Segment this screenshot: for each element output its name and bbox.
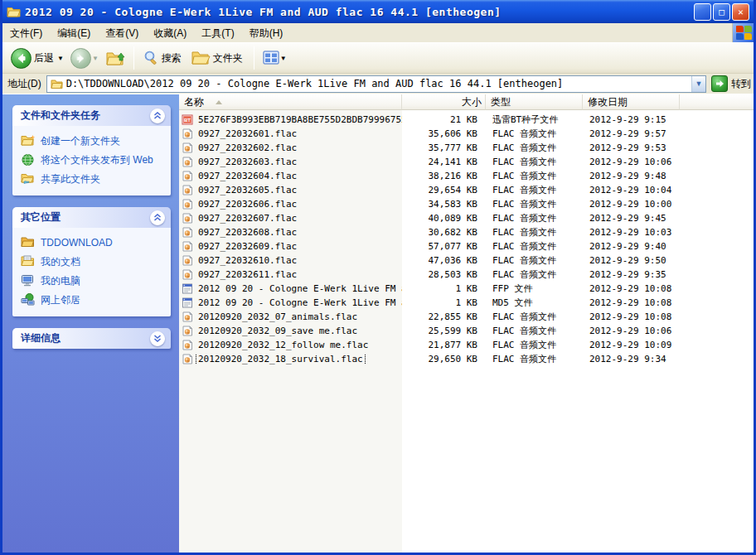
- file-name-cell: 0927_22032602.flac: [179, 142, 402, 153]
- panel-header-details[interactable]: 详细信息: [12, 328, 171, 349]
- file-size-cell: 21,877 KB: [402, 340, 486, 350]
- sidebar-item-network-places[interactable]: 网上邻居: [21, 293, 164, 306]
- table-row[interactable]: 2012 09 20 - Cologne E-Werk 1Live FM a..…: [179, 282, 754, 296]
- column-headers: 名称大小类型修改日期: [179, 94, 754, 110]
- audio-file-icon: [182, 171, 193, 181]
- menu-item-view[interactable]: 查看(V): [98, 25, 146, 41]
- forward-icon: [70, 48, 91, 69]
- toolbar: 后退 ▼ ▼ 搜索: [2, 43, 754, 74]
- menu-item-help[interactable]: 帮助(H): [242, 25, 291, 41]
- go-label: 转到: [731, 77, 751, 91]
- sidebar-item-publish-folder-web[interactable]: 将这个文件夹发布到 Web: [21, 153, 164, 166]
- search-button[interactable]: 搜索: [139, 48, 187, 68]
- toolbar-separator: [254, 46, 254, 70]
- views-dropdown-icon[interactable]: ▼: [280, 55, 287, 62]
- table-row[interactable]: 0927_22032609.flac57,077 KBFLAC 音频文件2012…: [179, 239, 754, 253]
- table-row[interactable]: 0927_22032605.flac29,654 KBFLAC 音频文件2012…: [179, 183, 754, 197]
- panel-title: 详细信息: [21, 331, 61, 345]
- file-type-cell: FLAC 音频文件: [486, 156, 583, 168]
- file-name-cell: 0927_22032608.flac: [179, 227, 402, 238]
- sidebar-item-label: 我的电脑: [41, 274, 80, 287]
- sidebar-item-create-new-folder[interactable]: 创建一个新文件夹: [21, 134, 164, 147]
- panel-body-file-folder-tasks: 创建一个新文件夹将这个文件夹发布到 Web共享此文件夹: [12, 126, 171, 195]
- minimize-button[interactable]: _: [694, 3, 711, 21]
- file-size-cell: 22,855 KB: [402, 311, 486, 322]
- go-button[interactable]: 转到: [711, 75, 751, 92]
- menu-item-tools[interactable]: 工具(T): [194, 25, 241, 41]
- file-size-cell: 29,650 KB: [402, 354, 486, 364]
- table-row[interactable]: 20120920_2032_18_survival.flac29,650 KBF…: [179, 352, 754, 366]
- table-row[interactable]: 20120920_2032_09_save me.flac25,599 KBFL…: [179, 324, 754, 338]
- table-row[interactable]: 0927_22032611.flac28,503 KBFLAC 音频文件2012…: [179, 268, 754, 282]
- sidebar-item-tddownload[interactable]: TDDOWNLOAD: [21, 236, 164, 249]
- column-header-name[interactable]: 名称: [179, 94, 402, 110]
- table-row[interactable]: 0927_22032608.flac30,682 KBFLAC 音频文件2012…: [179, 225, 754, 239]
- column-header-type[interactable]: 类型: [486, 94, 583, 110]
- folders-button[interactable]: 文件夹: [187, 48, 249, 68]
- file-name-cell: 2012 09 20 - Cologne E-Werk 1Live FM a..…: [179, 297, 402, 308]
- file-name: 0927_22032602.flac: [196, 142, 298, 153]
- forward-dropdown-icon[interactable]: ▼: [92, 55, 99, 62]
- file-date-cell: 2012-9-29 9:40: [583, 241, 680, 252]
- address-dropdown-icon[interactable]: ▼: [691, 76, 705, 92]
- file-size-cell: 25,599 KB: [402, 326, 486, 336]
- file-name: 20120920_2032_07_animals.flac: [196, 311, 359, 322]
- sidebar-item-my-computer[interactable]: 我的电脑: [21, 274, 164, 287]
- column-header-label: 类型: [491, 95, 511, 109]
- close-button[interactable]: ✕: [732, 3, 749, 21]
- file-date-cell: 2012-9-29 10:00: [583, 199, 680, 210]
- address-combobox[interactable]: D:\TDDOWNLOAD\2012 09 20 - Cologne E-Wer…: [46, 75, 706, 93]
- table-row[interactable]: 20120920_2032_07_animals.flac22,855 KBFL…: [179, 310, 754, 324]
- address-input[interactable]: D:\TDDOWNLOAD\2012 09 20 - Cologne E-Wer…: [66, 78, 691, 89]
- table-row[interactable]: 0927_22032607.flac40,089 KBFLAC 音频文件2012…: [179, 211, 754, 225]
- torrent-file-icon: BT: [182, 114, 193, 125]
- file-name-cell: 0927_22032601.flac: [179, 128, 402, 139]
- back-button[interactable]: 后退 ▼: [7, 46, 67, 70]
- file-date-cell: 2012-9-29 10:06: [583, 326, 680, 336]
- menu-item-file[interactable]: 文件(F): [2, 25, 50, 41]
- table-row[interactable]: 0927_22032610.flac47,036 KBFLAC 音频文件2012…: [179, 253, 754, 268]
- file-type-cell: FLAC 音频文件: [486, 240, 583, 253]
- menu-item-edit[interactable]: 编辑(E): [50, 25, 98, 41]
- chevron-up-icon[interactable]: [150, 109, 165, 123]
- back-dropdown-icon[interactable]: ▼: [57, 55, 64, 62]
- sidebar-item-label: 我的文档: [41, 255, 80, 268]
- audio-file-icon: [182, 340, 193, 350]
- panel-file-folder-tasks: 文件和文件夹任务创建一个新文件夹将这个文件夹发布到 Web共享此文件夹: [12, 105, 171, 195]
- file-date-cell: 2012-9-29 10:09: [583, 340, 680, 350]
- forward-button[interactable]: ▼: [67, 46, 102, 70]
- title-bar[interactable]: 2012 09 20 - Cologne E-Werk 1Live FM and…: [2, 0, 754, 23]
- folder-icon: [21, 236, 36, 249]
- file-date-cell: 2012-9-29 9:45: [583, 213, 680, 224]
- panel-header-other-places[interactable]: 其它位置: [12, 207, 171, 228]
- window-title: 2012 09 20 - Cologne E-Werk 1Live FM and…: [25, 6, 692, 18]
- table-row[interactable]: BT5E276F3B993EBB719BA8BE755D2BDB79996755…: [179, 113, 754, 127]
- chevron-up-icon[interactable]: [150, 210, 165, 225]
- file-date-cell: 2012-9-29 9:53: [583, 142, 680, 153]
- table-row[interactable]: 2012 09 20 - Cologne E-Werk 1Live FM a..…: [179, 296, 754, 310]
- table-row[interactable]: 0927_22032601.flac35,606 KBFLAC 音频文件2012…: [179, 127, 754, 141]
- sidebar-item-label: 创建一个新文件夹: [41, 134, 120, 147]
- audio-file-icon: [182, 157, 193, 167]
- table-row[interactable]: 0927_22032603.flac24,141 KBFLAC 音频文件2012…: [179, 155, 754, 169]
- file-name-cell: 0927_22032604.flac: [179, 171, 402, 181]
- sidebar-item-my-documents[interactable]: 我的文档: [21, 255, 164, 268]
- maximize-button[interactable]: □: [713, 3, 730, 21]
- table-row[interactable]: 0927_22032606.flac34,583 KBFLAC 音频文件2012…: [179, 197, 754, 211]
- audio-file-icon: [182, 199, 193, 210]
- column-header-date[interactable]: 修改日期: [583, 94, 680, 110]
- menu-item-favorites[interactable]: 收藏(A): [146, 25, 194, 41]
- sidebar-item-share-folder[interactable]: 共享此文件夹: [21, 172, 164, 186]
- column-header-size[interactable]: 大小: [402, 94, 486, 110]
- file-date-cell: 2012-9-29 10:04: [583, 185, 680, 195]
- views-button[interactable]: ▼: [259, 49, 290, 67]
- panel-header-file-folder-tasks[interactable]: 文件和文件夹任务: [12, 105, 171, 126]
- table-row[interactable]: 20120920_2032_12_follow me.flac21,877 KB…: [179, 338, 754, 352]
- file-name-cell: BT5E276F3B993EBB719BA8BE755D2BDB79996755…: [179, 114, 402, 125]
- table-row[interactable]: 0927_22032604.flac38,216 KBFLAC 音频文件2012…: [179, 169, 754, 183]
- table-row[interactable]: 0927_22032602.flac35,777 KBFLAC 音频文件2012…: [179, 141, 754, 155]
- chevron-down-icon[interactable]: [150, 331, 165, 346]
- file-date-cell: 2012-9-29 10:08: [583, 311, 680, 322]
- file-type-cell: FFP 文件: [486, 282, 583, 295]
- up-button[interactable]: [102, 47, 128, 69]
